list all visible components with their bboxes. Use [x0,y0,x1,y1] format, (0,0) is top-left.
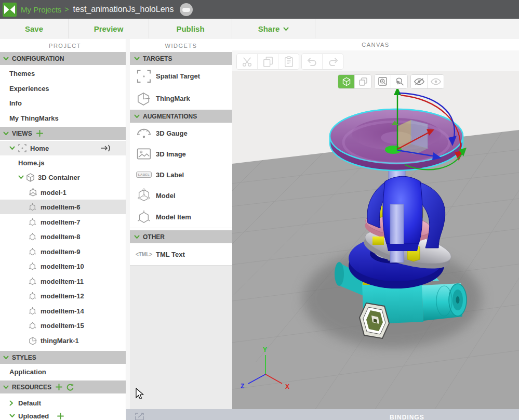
tree-item-home-js[interactable]: Home.js [0,155,126,170]
item-label: Themes [9,70,35,77]
thingmark-icon [29,336,37,345]
tree-item-label: modelItem-10 [41,262,84,270]
tree-item-modelitem-8[interactable]: modelItem-8 [0,229,126,244]
tree-item-label: Default [18,399,41,407]
tree-item-3d-container[interactable]: 3D Container [0,170,126,185]
zoom-region-button[interactable] [375,75,391,88]
view-3d-button[interactable] [338,75,355,88]
widget-model[interactable]: Model [130,185,232,206]
tree-item-thingmark-1[interactable]: thingMark-1 [0,333,126,348]
tree-item-modelitem-11[interactable]: modelItem-11 [0,274,126,288]
section-other[interactable]: OTHER [130,230,232,243]
section-label: AUGMENTATIONS [143,113,197,120]
chevron-down-icon [3,57,9,61]
chevron-right-icon[interactable] [9,400,14,406]
tree-item-modelitem-6[interactable]: modelItem-6 [0,200,126,214]
section-label: RESOURCES [12,384,51,391]
project-item-info[interactable]: Info [0,96,126,110]
widget-tml-text[interactable]: <TML> TML Text [130,243,232,266]
widget-label: 3D Label [156,171,184,179]
model-icon [135,188,153,203]
chevron-down-icon[interactable] [9,146,15,150]
section-views[interactable]: VIEWS [0,127,126,140]
thingmark-sticker[interactable] [360,303,389,338]
widget-3d-label[interactable]: LABEL 3D Label [130,164,232,186]
user-avatar[interactable] [180,3,193,16]
widget-spatial-target[interactable]: Spatial Target [130,65,232,88]
section-configuration[interactable]: CONFIGURATION [0,52,126,65]
bindings-panel-header[interactable]: BINDINGS [126,409,519,420]
preview-button[interactable]: Preview [69,19,149,38]
add-uploaded-button[interactable] [57,413,64,419]
axis-label-y: Y [263,346,267,353]
widgets-panel: WIDGETS TARGETS Spatial Target ThingMark… [130,39,233,420]
tree-item-home[interactable]: Home [0,141,126,155]
canvas-panel: CANVAS [232,39,519,420]
tree-item-resources-default[interactable]: Default [0,396,126,410]
chevron-down-icon[interactable] [9,414,15,418]
widget-3d-gauge[interactable]: 3D Gauge [130,123,232,144]
tree-item-modelitem-12[interactable]: modelItem-12 [0,288,126,303]
handwheel-selected[interactable] [330,109,463,170]
thingmark-icon [135,91,153,106]
tree-item-modelitem-15[interactable]: modelItem-15 [0,318,126,333]
tree-item-resources-uploaded[interactable]: Uploaded [0,409,126,420]
tree-item-model-1[interactable]: model-1 [0,185,126,200]
tree-item-modelitem-10[interactable]: modelItem-10 [0,259,126,273]
section-targets[interactable]: TARGETS [130,52,232,65]
clipboard-icon [284,56,294,68]
chevron-down-icon [3,132,9,136]
vuforia-logo-icon[interactable] [3,3,17,17]
view-2d-button[interactable] [355,75,371,88]
spatial-target-icon [135,70,153,83]
section-resources[interactable]: RESOURCES [0,380,126,393]
hide-button[interactable] [411,75,428,88]
widget-thingmark[interactable]: ThingMark [130,87,232,110]
redo-button[interactable] [323,54,343,69]
save-button[interactable]: Save [0,19,69,38]
scissors-icon [242,56,253,68]
enter-view-arrow-icon[interactable] [100,145,112,152]
copy-button[interactable] [258,54,278,69]
canvas-title: CANVAS [232,39,519,51]
share-button[interactable]: Share [232,19,315,38]
preview-label: Preview [94,24,124,33]
widget-label: Spatial Target [156,72,200,80]
project-item-themes[interactable]: Themes [0,66,126,81]
model-item-icon [29,232,36,241]
app-top-bar: My Projects > test_animationJs_holoLens [0,0,519,19]
refresh-resources-button[interactable] [66,384,74,391]
project-item-experiences[interactable]: Experiences [0,81,126,96]
tree-item-label: modelItem-14 [41,307,84,315]
widgets-panel-title: WIDGETS [130,39,232,52]
cut-button[interactable] [237,54,258,69]
undo-button[interactable] [302,54,323,69]
chevron-down-icon[interactable] [18,175,24,179]
project-panel: PROJECT CONFIGURATION Themes Experiences… [0,39,130,420]
publish-button[interactable]: Publish [149,19,232,38]
tree-item-modelitem-14[interactable]: modelItem-14 [0,304,126,318]
tree-item-modelitem-7[interactable]: modelItem-7 [0,215,126,229]
expand-icon[interactable] [135,413,144,420]
active-tool-caret [392,121,398,125]
project-item-application[interactable]: Application [0,364,126,379]
section-styles[interactable]: STYLES [0,351,126,364]
breadcrumb-root[interactable]: My Projects [21,5,61,14]
3d-viewport[interactable]: Y Z X [232,71,519,409]
add-resource-button[interactable] [56,384,62,390]
paste-button[interactable] [278,54,299,69]
tree-item-modelitem-9[interactable]: modelItem-9 [0,244,126,259]
model-item-icon [29,321,36,330]
axis-label-x: X [285,383,289,390]
zoom-select-button[interactable] [391,75,407,88]
widget-3d-image[interactable]: 3D Image [130,143,232,165]
section-augmentations[interactable]: AUGMENTATIONS [130,110,232,123]
widget-model-item[interactable]: Model Item [130,206,232,228]
project-scrollbar[interactable] [126,39,130,420]
show-button[interactable] [428,75,444,88]
project-item-my-thingmarks[interactable]: My ThingMarks [0,111,126,125]
3d-container-icon [26,173,35,182]
3d-scene[interactable]: Y Z X [232,71,519,409]
add-view-button[interactable] [36,130,43,137]
image-3d-icon [135,148,153,160]
